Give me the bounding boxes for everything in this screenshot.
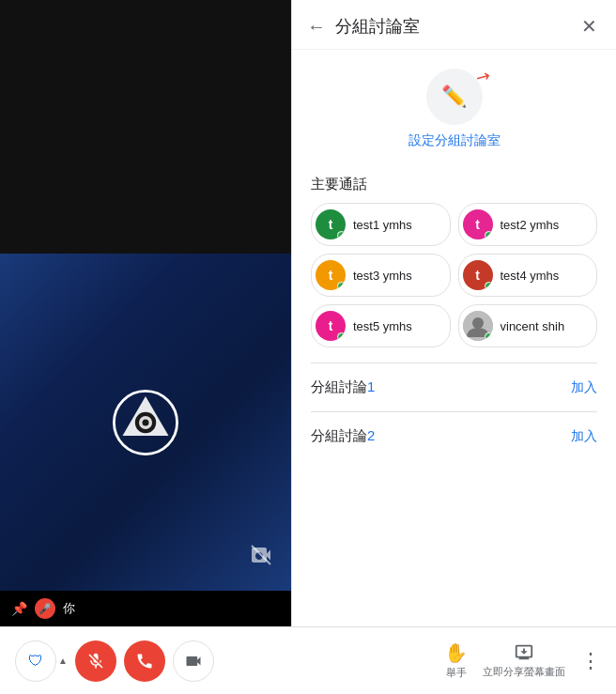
participant-name: test2 ymhs <box>500 218 560 232</box>
red-arrow-icon: ↗ <box>471 65 494 90</box>
svg-point-6 <box>472 317 484 329</box>
mute-button[interactable] <box>75 640 116 682</box>
online-dot <box>485 282 493 290</box>
room-1-number: 1 <box>367 378 375 394</box>
participant-name: test5 ymhs <box>353 319 412 333</box>
online-dot <box>337 231 346 239</box>
participant-chip: t test5 ymhs <box>311 304 451 347</box>
participants-grid: t test1 ymhs t test2 ymhs t <box>311 203 597 347</box>
room-row-1: 分組討論1 加入 <box>311 362 597 411</box>
obs-logo <box>113 390 178 455</box>
panel-title: 分組討論室 <box>335 15 572 38</box>
raise-hand-label: 舉手 <box>446 666 467 680</box>
room-2-number: 2 <box>367 427 375 443</box>
participant-chip: t test2 ymhs <box>458 203 598 246</box>
avatar: t <box>316 260 346 290</box>
participant-name: test4 ymhs <box>500 269 560 283</box>
you-label: 你 <box>63 600 75 617</box>
avatar: t <box>316 311 346 341</box>
hangup-icon <box>135 652 154 671</box>
avatar: t <box>463 260 493 290</box>
toolbar: 🛡 ▲ ✋ 舉手 <box>0 626 616 694</box>
breakout-header: ← 分組討論室 ✕ <box>292 0 616 50</box>
close-button[interactable]: ✕ <box>581 15 597 38</box>
participant-chip: vincent shih <box>458 304 598 347</box>
more-options-button[interactable]: ⋮ <box>580 649 601 673</box>
online-dot <box>485 231 493 239</box>
expand-arrow-icon[interactable]: ▲ <box>58 655 68 666</box>
breakout-content: ✏️ ↗ 設定分組討論室 主要通話 t test1 ymhs <box>292 50 616 626</box>
setup-link[interactable]: 設定分組討論室 <box>408 132 500 149</box>
setup-icon-circle[interactable]: ✏️ ↗ <box>426 69 483 125</box>
breakout-panel: ← 分組討論室 ✕ ✏️ ↗ 設定分組討論室 主要通話 t <box>291 0 616 626</box>
online-dot <box>337 282 346 290</box>
online-dot <box>485 332 493 341</box>
shield-area: 🛡 ▲ <box>15 640 68 682</box>
participant-chip: t test1 ymhs <box>311 203 451 246</box>
avatar: t <box>463 209 493 239</box>
video-middle <box>0 254 291 591</box>
main-session-title: 主要通話 <box>311 176 597 193</box>
camera-off-icon <box>250 544 272 572</box>
main-area: 📌 🎤 你 ← 分組討論室 ✕ ✏️ ↗ 設定分組討論室 主要通話 <box>0 0 616 626</box>
shield-icon: 🛡 <box>28 653 43 670</box>
camera-icon <box>184 652 203 671</box>
shield-button[interactable]: 🛡 <box>15 640 56 682</box>
share-screen-label: 立即分享螢幕畫面 <box>483 665 565 679</box>
video-top <box>0 0 291 254</box>
pin-icon: 📌 <box>11 601 27 616</box>
participant-chip: t test3 ymhs <box>311 254 451 297</box>
online-dot <box>337 332 346 341</box>
setup-area: ✏️ ↗ 設定分組討論室 <box>311 50 597 164</box>
join-room-2-button[interactable]: 加入 <box>571 428 597 445</box>
avatar-vincent <box>463 311 493 341</box>
hangup-button[interactable] <box>124 640 165 682</box>
raise-hand-icon: ✋ <box>444 641 468 664</box>
toolbar-right: ✋ 舉手 立即分享螢幕畫面 ⋮ <box>444 641 601 680</box>
avatar: t <box>316 209 346 239</box>
room-2-name: 分組討論2 <box>311 427 375 445</box>
video-bottom-bar: 📌 🎤 你 <box>0 591 291 626</box>
join-room-1-button[interactable]: 加入 <box>571 379 597 396</box>
participant-name: test1 ymhs <box>353 218 412 232</box>
participant-chip: t test4 ymhs <box>458 254 598 297</box>
room-row-2: 分組討論2 加入 <box>311 411 597 460</box>
microphone-off-icon <box>86 652 105 671</box>
room-1-name: 分組討論1 <box>311 378 375 396</box>
share-screen-button[interactable]: 立即分享螢幕畫面 <box>483 642 565 679</box>
toolbar-left: 🛡 ▲ <box>15 640 214 682</box>
raise-hand-button[interactable]: ✋ 舉手 <box>444 641 468 680</box>
camera-button[interactable] <box>173 640 214 682</box>
back-button[interactable]: ← <box>307 16 326 38</box>
mute-indicator: 🎤 <box>35 598 55 619</box>
video-panel: 📌 🎤 你 <box>0 0 291 626</box>
participant-name-vincent: vincent shih <box>500 319 565 333</box>
svg-point-3 <box>143 419 149 425</box>
pencil-icon: ✏️ <box>441 85 467 109</box>
participant-name: test3 ymhs <box>353 269 412 283</box>
share-screen-icon <box>514 642 534 663</box>
